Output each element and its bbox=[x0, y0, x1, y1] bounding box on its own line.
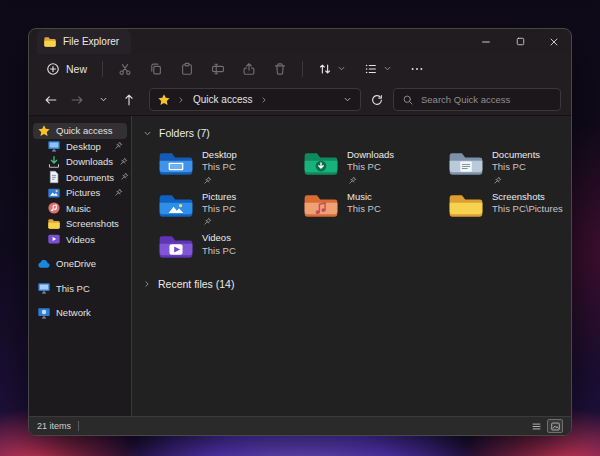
screenshots-mini-icon bbox=[47, 217, 61, 231]
folder-tile-desktop[interactable]: Desktop This PC bbox=[154, 147, 299, 188]
more-options-button[interactable] bbox=[403, 59, 431, 79]
toolbar-separator bbox=[302, 61, 303, 77]
cut-button[interactable] bbox=[111, 59, 139, 79]
folder-location: This PC bbox=[347, 161, 394, 173]
sidebar-item-screenshots[interactable]: Screenshots bbox=[43, 216, 127, 232]
folder-name: Videos bbox=[202, 232, 236, 244]
sidebar-item-this-pc[interactable]: This PC bbox=[33, 281, 127, 297]
sidebar-item-label: Quick access bbox=[56, 125, 113, 136]
pin-icon bbox=[202, 217, 236, 227]
sidebar-item-quick-access[interactable]: Quick access bbox=[33, 123, 127, 139]
music-mini-icon bbox=[47, 201, 61, 215]
back-button[interactable] bbox=[39, 88, 63, 112]
folder-location: This PC bbox=[347, 203, 381, 215]
search-box[interactable] bbox=[393, 88, 561, 111]
up-button[interactable] bbox=[117, 88, 141, 112]
pin-icon bbox=[119, 172, 129, 182]
sidebar-item-label: OneDrive bbox=[56, 258, 96, 269]
folder-tile-pictures[interactable]: Pictures This PC bbox=[154, 189, 299, 230]
large-icons-view-toggle[interactable] bbox=[547, 419, 563, 433]
folder-name: Screenshots bbox=[492, 191, 563, 203]
pin-icon bbox=[113, 141, 123, 151]
plus-circle-icon bbox=[46, 62, 60, 76]
folder-name: Desktop bbox=[202, 149, 237, 161]
content-pane: Folders (7) Desktop This PC Downloads Th… bbox=[132, 116, 571, 416]
sidebar-item-documents[interactable]: Documents bbox=[43, 170, 127, 186]
folder-videos-icon bbox=[158, 232, 194, 262]
breadcrumb-quick-access[interactable]: Quick access bbox=[191, 93, 254, 106]
recent-files-section-label: Recent files (14) bbox=[158, 278, 234, 290]
sort-icon bbox=[318, 62, 332, 76]
explorer-tab[interactable]: File Explorer bbox=[37, 29, 131, 54]
new-button[interactable]: New bbox=[39, 59, 94, 79]
status-divider bbox=[78, 421, 79, 431]
sidebar-item-downloads[interactable]: Downloads bbox=[43, 154, 127, 170]
folder-tile-downloads[interactable]: Downloads This PC bbox=[299, 147, 444, 188]
folder-name: Documents bbox=[492, 149, 540, 161]
chevron-right-icon bbox=[176, 95, 186, 105]
downloads-mini-icon bbox=[47, 155, 61, 169]
folders-section-header[interactable]: Folders (7) bbox=[140, 127, 567, 139]
rename-button[interactable] bbox=[204, 59, 232, 79]
share-button[interactable] bbox=[235, 59, 263, 79]
pin-icon bbox=[202, 176, 237, 186]
new-button-label: New bbox=[66, 63, 87, 75]
search-input[interactable] bbox=[421, 94, 553, 105]
folder-music-icon bbox=[303, 191, 339, 221]
delete-button[interactable] bbox=[266, 59, 294, 79]
details-view-toggle[interactable] bbox=[528, 419, 544, 433]
star-icon bbox=[37, 124, 51, 138]
chevron-down-icon bbox=[382, 63, 393, 76]
close-button[interactable] bbox=[537, 29, 571, 54]
sidebar-item-network[interactable]: Network bbox=[33, 305, 127, 321]
chevron-right-icon bbox=[259, 95, 269, 105]
sidebar-item-label: Music bbox=[66, 203, 91, 214]
folder-tile-screenshots[interactable]: Screenshots This PC\Pictures bbox=[444, 189, 572, 230]
address-dropdown-icon[interactable] bbox=[342, 94, 353, 105]
sidebar-item-onedrive[interactable]: OneDrive bbox=[33, 256, 127, 272]
folder-screenshots-icon bbox=[448, 191, 484, 221]
address-breadcrumb[interactable]: Quick access bbox=[149, 88, 361, 111]
folder-name: Pictures bbox=[202, 191, 236, 203]
minimize-button[interactable] bbox=[469, 29, 503, 54]
sidebar-item-label: Videos bbox=[66, 234, 95, 245]
forward-button[interactable] bbox=[65, 88, 89, 112]
pictures-mini-icon bbox=[47, 186, 61, 200]
sidebar-item-label: Downloads bbox=[66, 156, 113, 167]
title-bar: File Explorer bbox=[29, 29, 571, 54]
status-bar: 21 items bbox=[29, 416, 571, 435]
folder-tile-videos[interactable]: Videos This PC bbox=[154, 230, 299, 264]
sidebar-item-desktop[interactable]: Desktop bbox=[43, 139, 127, 155]
sort-button[interactable] bbox=[311, 59, 354, 79]
folder-tile-music[interactable]: Music This PC bbox=[299, 189, 444, 230]
copy-button[interactable] bbox=[142, 59, 170, 79]
pin-icon bbox=[118, 157, 128, 167]
folder-tile-documents[interactable]: Documents This PC bbox=[444, 147, 572, 188]
maximize-button[interactable] bbox=[503, 29, 537, 54]
chevron-right-icon bbox=[142, 279, 152, 289]
file-explorer-window: File Explorer New bbox=[28, 28, 572, 436]
sidebar-item-videos[interactable]: Videos bbox=[43, 232, 127, 248]
sidebar-item-label: Documents bbox=[66, 172, 114, 183]
sidebar-item-label: Screenshots bbox=[66, 218, 119, 229]
folder-location: This PC bbox=[202, 161, 237, 173]
folder-location: This PC bbox=[492, 161, 540, 173]
address-bar-row: Quick access bbox=[29, 84, 571, 116]
thispc-mini-icon bbox=[37, 281, 51, 295]
refresh-button[interactable] bbox=[365, 88, 389, 112]
items-count: 21 items bbox=[37, 421, 71, 431]
view-button[interactable] bbox=[357, 59, 400, 79]
folder-pictures-icon bbox=[158, 191, 194, 221]
paste-button[interactable] bbox=[173, 59, 201, 79]
sidebar-item-music[interactable]: Music bbox=[43, 201, 127, 217]
folder-desktop-icon bbox=[158, 149, 194, 179]
sidebar-item-pictures[interactable]: Pictures bbox=[43, 185, 127, 201]
window-title: File Explorer bbox=[63, 36, 119, 47]
folder-documents-icon bbox=[448, 149, 484, 179]
desktop-mini-icon bbox=[47, 139, 61, 153]
folders-section-label: Folders (7) bbox=[159, 127, 210, 139]
folder-downloads-icon bbox=[303, 149, 339, 179]
folder-name: Music bbox=[347, 191, 381, 203]
recent-locations-button[interactable] bbox=[91, 88, 115, 112]
recent-files-section-header[interactable]: Recent files (14) bbox=[140, 278, 567, 290]
